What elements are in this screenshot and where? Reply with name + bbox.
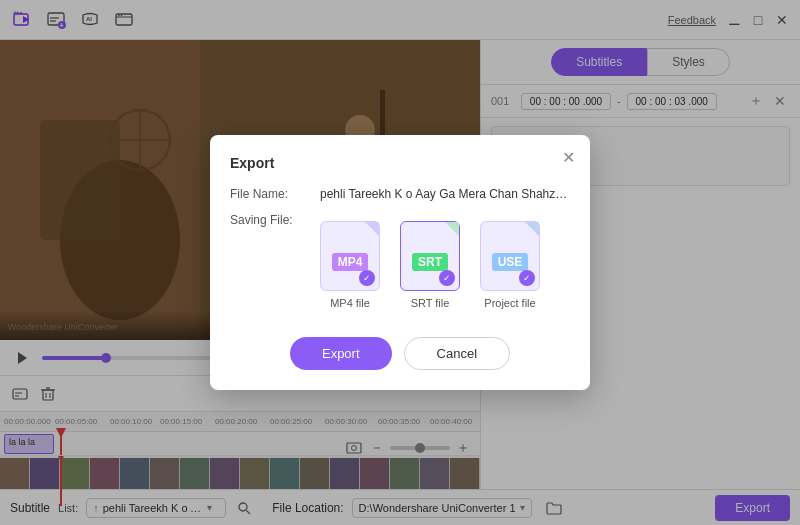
use-icon: USE ✓ [480, 221, 540, 291]
mp4-check: ✓ [359, 270, 375, 286]
modal-title: Export [230, 155, 570, 171]
mp4-option-name: MP4 file [330, 297, 370, 309]
srt-option-name: SRT file [411, 297, 450, 309]
export-modal: Export ✕ File Name: pehli Tareekh K o Aa… [210, 135, 590, 390]
srt-icon: SRT ✓ [400, 221, 460, 291]
file-name-label: File Name: [230, 187, 310, 201]
modal-export-button[interactable]: Export [290, 337, 392, 370]
modal-saving-row: Saving File: MP4 ✓ MP4 file SRT [230, 213, 570, 325]
mp4-label: MP4 [332, 253, 369, 271]
mp4-fold [365, 222, 379, 236]
modal-actions: Export Cancel [230, 337, 570, 370]
modal-close-button[interactable]: ✕ [558, 147, 578, 167]
modal-filename-row: File Name: pehli Tareekh K o Aay Ga Mera… [230, 187, 570, 201]
file-options: MP4 ✓ MP4 file SRT ✓ SRT file [320, 221, 540, 309]
file-name-value: pehli Tareekh K o Aay Ga Mera Chan Shahz… [320, 187, 570, 201]
srt-fold [445, 222, 459, 236]
use-check: ✓ [519, 270, 535, 286]
modal-overlay: Export ✕ File Name: pehli Tareekh K o Aa… [0, 0, 800, 525]
file-option-mp4[interactable]: MP4 ✓ MP4 file [320, 221, 380, 309]
srt-label: SRT [412, 253, 448, 271]
file-option-srt[interactable]: SRT ✓ SRT file [400, 221, 460, 309]
modal-cancel-button[interactable]: Cancel [404, 337, 510, 370]
srt-check: ✓ [439, 270, 455, 286]
saving-file-label: Saving File: [230, 213, 310, 227]
use-label: USE [492, 253, 529, 271]
use-fold [525, 222, 539, 236]
file-option-use[interactable]: USE ✓ Project file [480, 221, 540, 309]
use-option-name: Project file [484, 297, 535, 309]
mp4-icon: MP4 ✓ [320, 221, 380, 291]
